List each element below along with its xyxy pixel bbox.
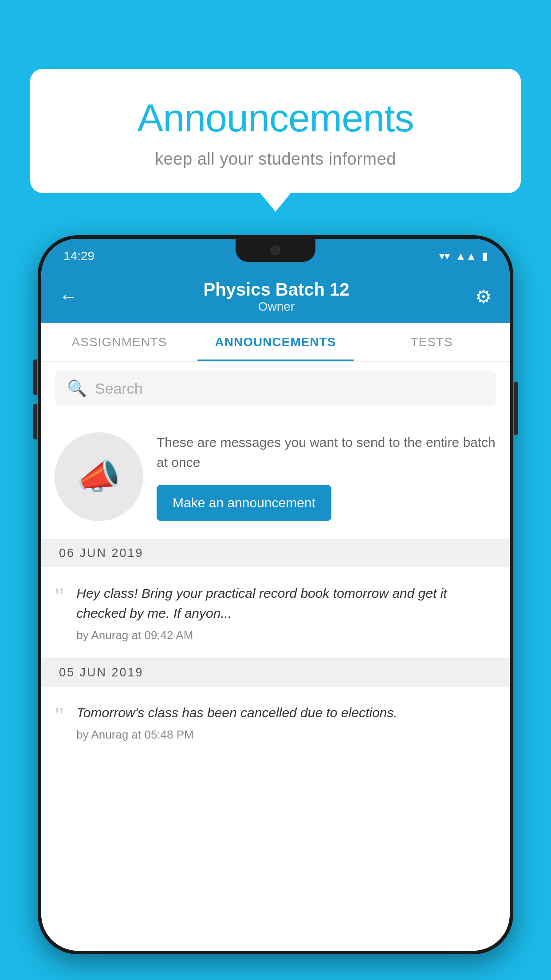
announcement-item-2: " Tomorrow's class has been cancelled du… — [41, 687, 510, 758]
search-bar[interactable]: 🔍 Search — [55, 371, 496, 406]
status-icons: ▾▾ ▲▲ ▮ — [439, 250, 488, 262]
search-placeholder: Search — [95, 380, 143, 397]
phone-side-btn-vol-up — [33, 360, 37, 395]
quote-icon-2: " — [55, 704, 64, 727]
announcement-right: These are messages you want to send to t… — [157, 432, 496, 521]
tab-bar: ASSIGNMENTS ANNOUNCEMENTS TESTS — [41, 323, 510, 362]
announcement-item-1: " Hey class! Bring your practical record… — [41, 567, 510, 659]
search-icon: 🔍 — [67, 379, 87, 398]
announcement-message-2: Tomorrow's class has been cancelled due … — [76, 703, 496, 723]
phone-outer: 14:29 ▾▾ ▲▲ ▮ ← Physics Batch 12 Owner ⚙ — [38, 235, 513, 954]
announcement-description: These are messages you want to send to t… — [157, 432, 496, 472]
phone-side-btn-vol-down — [33, 404, 37, 439]
announcement-text-1: Hey class! Bring your practical record b… — [76, 583, 496, 642]
battery-icon: ▮ — [482, 250, 488, 262]
header-center: Physics Batch 12 Owner — [203, 280, 349, 314]
speech-bubble-section: Announcements keep all your students inf… — [30, 69, 521, 193]
phone-camera — [271, 245, 280, 255]
screen-content: 🔍 Search 📣 These are messages you want t… — [41, 362, 510, 951]
quote-icon-1: " — [55, 585, 64, 608]
phone-notch — [236, 239, 315, 262]
announcement-text-2: Tomorrow's class has been cancelled due … — [76, 703, 496, 742]
settings-icon[interactable]: ⚙ — [475, 286, 492, 308]
tab-assignments[interactable]: ASSIGNMENTS — [41, 323, 197, 361]
announcement-message-1: Hey class! Bring your practical record b… — [76, 583, 496, 623]
wifi-icon: ▾▾ — [439, 250, 450, 262]
megaphone-icon: 📣 — [77, 456, 121, 498]
tab-tests[interactable]: TESTS — [354, 323, 510, 361]
speech-bubble: Announcements keep all your students inf… — [30, 69, 521, 193]
tab-announcements[interactable]: ANNOUNCEMENTS — [197, 323, 354, 361]
header-subtitle: Owner — [203, 300, 349, 314]
date-separator-2: 05 JUN 2019 — [41, 659, 510, 687]
phone-mockup: 14:29 ▾▾ ▲▲ ▮ ← Physics Batch 12 Owner ⚙ — [38, 235, 513, 954]
header-title: Physics Batch 12 — [203, 280, 349, 300]
signal-icon: ▲▲ — [455, 250, 476, 262]
bubble-title: Announcements — [52, 95, 499, 141]
phone-screen: 14:29 ▾▾ ▲▲ ▮ ← Physics Batch 12 Owner ⚙ — [41, 239, 510, 951]
app-header: ← Physics Batch 12 Owner ⚙ — [41, 270, 510, 323]
announcement-meta-1: by Anurag at 09:42 AM — [76, 628, 496, 642]
phone-side-btn-power — [514, 382, 518, 435]
search-container: 🔍 Search — [41, 362, 510, 415]
make-announcement-button[interactable]: Make an announcement — [157, 485, 331, 521]
date-separator-1: 06 JUN 2019 — [41, 539, 510, 567]
bubble-subtitle: keep all your students informed — [52, 150, 499, 169]
announcement-meta-2: by Anurag at 05:48 PM — [76, 728, 496, 742]
megaphone-circle: 📣 — [55, 432, 143, 521]
status-time: 14:29 — [63, 249, 94, 263]
back-button[interactable]: ← — [59, 286, 78, 307]
announcement-prompt: 📣 These are messages you want to send to… — [41, 415, 510, 539]
phone-inner: 14:29 ▾▾ ▲▲ ▮ ← Physics Batch 12 Owner ⚙ — [41, 239, 510, 951]
